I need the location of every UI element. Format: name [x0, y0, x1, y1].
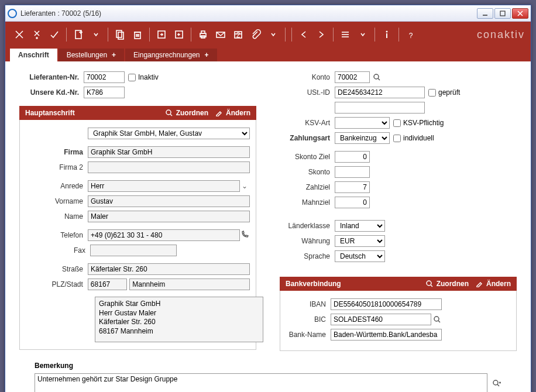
label-zahlziel: Zahlziel — [280, 183, 335, 191]
label-mahnziel: Mahnziel — [280, 198, 335, 207]
kontakt-select[interactable]: Graphik Star GmbH, Maler, Gustav — [88, 128, 250, 139]
minimize-button[interactable] — [477, 8, 493, 19]
mail-icon[interactable] — [212, 26, 229, 43]
bemerkung-expand-icon[interactable] — [492, 379, 501, 388]
label-zahlungsart: Zahlungsart — [280, 134, 335, 142]
fax-field — [90, 245, 177, 256]
hauptanschrift-header: Hauptanschrift Zuordnen Ändern — [19, 106, 256, 120]
content: Lieferanten-Nr. Inaktiv Unsere Kd.-Nr. H… — [5, 61, 531, 392]
label-individuell: individuell — [403, 134, 434, 142]
label-anrede: Anrede — [26, 182, 88, 190]
firma-field: Graphik Star GmbH — [88, 146, 250, 158]
tab-eingangsrechnungen[interactable]: Eingangsrechnungen+ — [125, 49, 217, 61]
lieferanten-nr-input[interactable] — [84, 71, 125, 83]
unsere-kdnr-input[interactable] — [84, 87, 125, 98]
calendar-icon[interactable]: 2 — [230, 26, 246, 43]
svg-text:?: ? — [409, 32, 413, 40]
label-strasse: Straße — [26, 265, 88, 273]
tab-bar: Anschrift Bestellungen+ Eingangsrechnung… — [5, 47, 531, 61]
tab-anschrift[interactable]: Anschrift — [10, 49, 57, 61]
prev-icon[interactable] — [296, 26, 312, 43]
attachment-icon[interactable] — [248, 26, 264, 43]
export-icon[interactable] — [171, 26, 187, 43]
plus-icon: + — [112, 51, 116, 59]
skonto-input[interactable] — [335, 166, 370, 178]
attachment-dropdown-icon[interactable] — [265, 26, 281, 43]
chevron-down-icon[interactable]: ⌄ — [240, 182, 250, 190]
individuell-checkbox[interactable] — [393, 135, 401, 142]
bankverbindung-zuordnen[interactable]: Zuordnen — [425, 279, 469, 288]
label-bic: BIC — [286, 315, 331, 324]
bemerkung-textarea[interactable]: Unternehmen gehört zur Star Design Grupp… — [35, 373, 487, 392]
search-icon — [425, 279, 434, 288]
zahlungsart-select[interactable]: Bankeinzug — [335, 132, 390, 144]
svg-rect-12 — [116, 30, 122, 37]
ksvart-select[interactable] — [335, 117, 390, 129]
svg-rect-32 — [386, 33, 387, 38]
svg-point-31 — [386, 31, 388, 33]
bic-input[interactable] — [331, 314, 431, 325]
label-firma2: Firma 2 — [26, 163, 88, 171]
bic-search-icon[interactable] — [432, 315, 442, 324]
skontoziel-input[interactable] — [335, 151, 370, 163]
menu-icon[interactable] — [337, 26, 353, 43]
label-telefon: Telefon — [26, 231, 88, 239]
svg-rect-13 — [118, 32, 123, 39]
label-waehrung: Währung — [280, 237, 335, 245]
hauptanschrift-title: Hauptanschrift — [25, 109, 159, 117]
bankname-input[interactable] — [331, 329, 442, 341]
confirm-icon[interactable] — [46, 26, 63, 43]
next-icon[interactable] — [313, 26, 329, 43]
maximize-button[interactable] — [494, 8, 511, 19]
right-column: Konto USt.-ID geprüft KSV-Art KSV-Pflich… — [280, 71, 517, 351]
print-icon[interactable] — [195, 26, 211, 43]
help-icon[interactable]: ? — [403, 26, 419, 43]
brand-logo: conaktiv — [477, 29, 525, 41]
geprueft-checkbox[interactable] — [428, 89, 436, 97]
anrede-field: Herr — [88, 180, 240, 192]
iban-input[interactable] — [331, 298, 442, 310]
konto-search-icon[interactable] — [372, 73, 382, 82]
waehrung-select[interactable]: EUR — [335, 235, 385, 247]
svg-point-34 — [166, 110, 171, 115]
new-dropdown-icon[interactable] — [88, 26, 104, 43]
bankverbindung-aendern[interactable]: Ändern — [475, 279, 511, 288]
inaktiv-checkbox[interactable] — [128, 74, 136, 81]
close-button[interactable] — [512, 8, 528, 19]
label-ksvpflichtig: KSV-Pflichtig — [403, 119, 444, 127]
import-icon[interactable] — [153, 26, 170, 43]
svg-rect-22 — [201, 31, 205, 33]
title-bar: Lieferanten : 70002 (5/16) — [5, 5, 531, 22]
ustid-input[interactable] — [335, 87, 425, 98]
label-bankname: Bank-Name — [286, 331, 331, 339]
hauptanschrift-aendern[interactable]: Ändern — [214, 108, 250, 118]
label-skontoziel: Skonto Ziel — [280, 153, 335, 161]
sprache-select[interactable]: Deutsch — [335, 250, 385, 262]
label-unsere-kdnr: Unsere Kd.-Nr. — [19, 88, 84, 97]
menu-dropdown-icon[interactable] — [355, 26, 371, 43]
adresse-block: Graphik Star GmbH Herr Gustav Maler Käfe… — [95, 297, 263, 342]
svg-rect-1 — [500, 11, 505, 16]
laenderklasse-select[interactable]: Inland — [335, 220, 385, 232]
reject-all-icon[interactable] — [29, 26, 45, 43]
tab-bestellungen[interactable]: Bestellungen+ — [59, 49, 124, 61]
phone-icon[interactable] — [240, 231, 250, 240]
hauptanschrift-zuordnen[interactable]: Zuordnen — [164, 108, 208, 118]
delete-icon[interactable] — [129, 26, 146, 43]
svg-point-38 — [427, 281, 431, 286]
copy-icon[interactable] — [112, 26, 128, 43]
zahlziel-input[interactable] — [335, 181, 370, 193]
label-bemerkung: Bemerkung — [35, 362, 517, 370]
svg-line-37 — [378, 78, 380, 80]
ustid-extra-input[interactable] — [335, 102, 425, 114]
info-icon[interactable] — [379, 26, 395, 43]
mahnziel-input[interactable] — [335, 197, 370, 208]
cancel-icon[interactable] — [11, 26, 28, 43]
svg-line-35 — [170, 114, 172, 116]
vorname-field: Gustav — [88, 195, 250, 207]
label-ustid: USt.-ID — [280, 88, 335, 97]
bankverbindung-header: Bankverbindung Zuordnen Ändern — [280, 277, 517, 291]
new-icon[interactable] — [70, 26, 87, 43]
konto-input[interactable] — [335, 71, 370, 83]
ksvpflichtig-checkbox[interactable] — [393, 119, 401, 127]
